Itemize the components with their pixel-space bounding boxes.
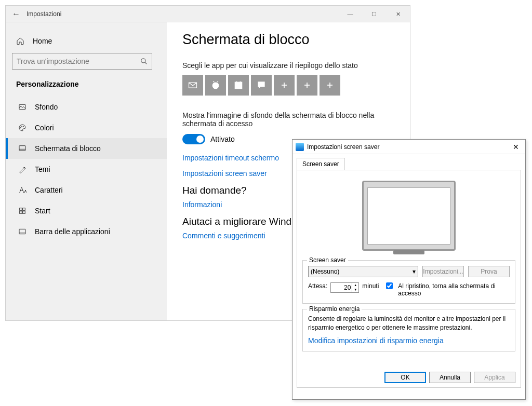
sidebar-item-temi[interactable]: Temi: [6, 159, 167, 180]
groupbox-screensaver: Screen saver (Nessuno) ▾ Impostazioni...…: [302, 260, 515, 304]
search-field[interactable]: [17, 57, 140, 65]
app-tile-alarm[interactable]: [205, 75, 226, 96]
svg-point-4: [21, 126, 22, 127]
sidebar-home[interactable]: Home: [6, 32, 167, 50]
app-tile-messaging[interactable]: [251, 75, 272, 96]
app-tile-mail[interactable]: [182, 75, 203, 96]
sidebar: Home Personalizzazione Sfondo Colori Sch…: [6, 22, 167, 320]
select-value: (Nessuno): [311, 268, 339, 275]
sidebar-item-label: Caratteri: [35, 186, 63, 194]
picture-icon: [18, 103, 26, 111]
svg-rect-9: [23, 208, 25, 211]
page-title: Schermata di blocco: [182, 32, 394, 48]
svg-rect-15: [235, 82, 242, 89]
preview-screen: [367, 187, 450, 245]
clock-icon: [210, 80, 221, 90]
power-text: Consente di regolare la luminosità del m…: [308, 315, 510, 332]
app-tile-calendar[interactable]: [228, 75, 249, 96]
search-icon: [140, 58, 148, 65]
sidebar-item-start[interactable]: Start: [6, 200, 167, 221]
bg-toggle[interactable]: [182, 134, 205, 144]
palette-icon: [18, 124, 26, 132]
chevron-down-icon: ▾: [413, 268, 416, 275]
app-tiles: [182, 75, 394, 96]
dialog-close-button[interactable]: ✕: [510, 143, 522, 151]
svg-point-0: [141, 59, 145, 63]
calendar-icon: [233, 80, 244, 90]
fonts-icon: [18, 186, 26, 194]
svg-point-5: [23, 126, 23, 127]
preview-button[interactable]: Prova: [468, 266, 510, 277]
monitor-preview: [362, 181, 456, 251]
back-button[interactable]: ←: [6, 9, 26, 19]
home-label: Home: [33, 37, 52, 45]
spin-down[interactable]: ▼: [352, 288, 358, 292]
settings-button[interactable]: Impostazioni...: [422, 266, 464, 277]
svg-rect-10: [20, 211, 22, 214]
plus-icon: [279, 80, 289, 90]
plus-icon: [302, 80, 312, 90]
toggle-state: Attivato: [210, 135, 235, 143]
lockscreen-icon: [18, 144, 26, 153]
window-title: Impostazioni: [26, 10, 61, 18]
sidebar-item-label: Start: [35, 207, 50, 215]
power-link[interactable]: Modifica impostazioni di risparmio energ…: [308, 336, 510, 345]
sidebar-item-sfondo[interactable]: Sfondo: [6, 97, 167, 117]
bg-text: Mostra l'immagine di sfondo della scherm…: [182, 111, 394, 128]
groupbox-power-title: Risparmio energia: [307, 305, 362, 313]
taskbar-icon: [18, 227, 26, 236]
themes-icon: [18, 165, 26, 173]
home-icon: [16, 37, 24, 45]
apps-label: Scegli le app per cui visualizzare il ri…: [182, 61, 394, 70]
sidebar-item-label: Sfondo: [35, 103, 58, 111]
sidebar-item-label: Barra delle applicazioni: [35, 227, 110, 236]
wait-label: Attesa:: [308, 282, 327, 290]
ok-button[interactable]: OK: [384, 372, 426, 383]
cancel-button[interactable]: Annulla: [429, 372, 471, 383]
mail-icon: [188, 80, 198, 90]
start-icon: [18, 207, 26, 215]
minutes-label: minuti: [362, 282, 379, 290]
sidebar-item-caratteri[interactable]: Caratteri: [6, 180, 167, 200]
sidebar-item-label: Colori: [35, 124, 54, 132]
wait-spinner[interactable]: ▲▼: [330, 282, 359, 293]
resume-checkbox[interactable]: [386, 282, 393, 289]
dialog-icon: [296, 143, 304, 151]
category-header: Personalizzazione: [6, 77, 167, 97]
groupbox-ss-title: Screen saver: [307, 256, 348, 264]
dialog-titlebar: Impostazioni screen saver ✕: [292, 140, 525, 154]
screensaver-dialog: Impostazioni screen saver ✕ Screen saver…: [292, 139, 526, 400]
dialog-footer: OK Annulla Applica: [384, 372, 515, 383]
screensaver-select[interactable]: (Nessuno) ▾: [308, 266, 418, 277]
plus-icon: [325, 80, 335, 90]
spin-up[interactable]: ▲: [352, 283, 358, 288]
app-tile-add-2[interactable]: [297, 75, 317, 96]
sidebar-item-label: Schermata di blocco: [35, 144, 101, 153]
app-tile-add-3[interactable]: [320, 75, 340, 96]
svg-point-3: [20, 127, 21, 128]
sidebar-item-taskbar[interactable]: Barra delle applicazioni: [6, 221, 167, 242]
tab-screensaver[interactable]: Screen saver: [297, 158, 345, 170]
titlebar: ← Impostazioni — ☐ ✕: [6, 6, 410, 22]
tab-body: Screen saver (Nessuno) ▾ Impostazioni...…: [297, 170, 521, 388]
groupbox-power: Risparmio energia Consente di regolare l…: [302, 309, 515, 351]
resume-label: Al ripristino, torna alla schermata di a…: [398, 282, 510, 297]
app-tile-add-1[interactable]: [274, 75, 295, 96]
sidebar-item-schermata-blocco[interactable]: Schermata di blocco: [6, 138, 167, 159]
maximize-button[interactable]: ☐: [362, 6, 386, 22]
svg-rect-11: [23, 211, 25, 214]
chat-icon: [256, 80, 267, 90]
svg-rect-6: [19, 146, 25, 151]
sidebar-item-label: Temi: [35, 165, 50, 173]
svg-rect-8: [20, 208, 22, 211]
dialog-title: Impostazioni screen saver: [307, 143, 379, 151]
svg-line-1: [145, 62, 147, 64]
apply-button[interactable]: Applica: [474, 372, 515, 383]
svg-rect-12: [19, 229, 25, 234]
minimize-button[interactable]: —: [338, 6, 362, 22]
wait-input[interactable]: [331, 283, 352, 292]
close-button[interactable]: ✕: [386, 6, 410, 22]
search-input[interactable]: [12, 53, 152, 70]
sidebar-item-colori[interactable]: Colori: [6, 117, 167, 138]
